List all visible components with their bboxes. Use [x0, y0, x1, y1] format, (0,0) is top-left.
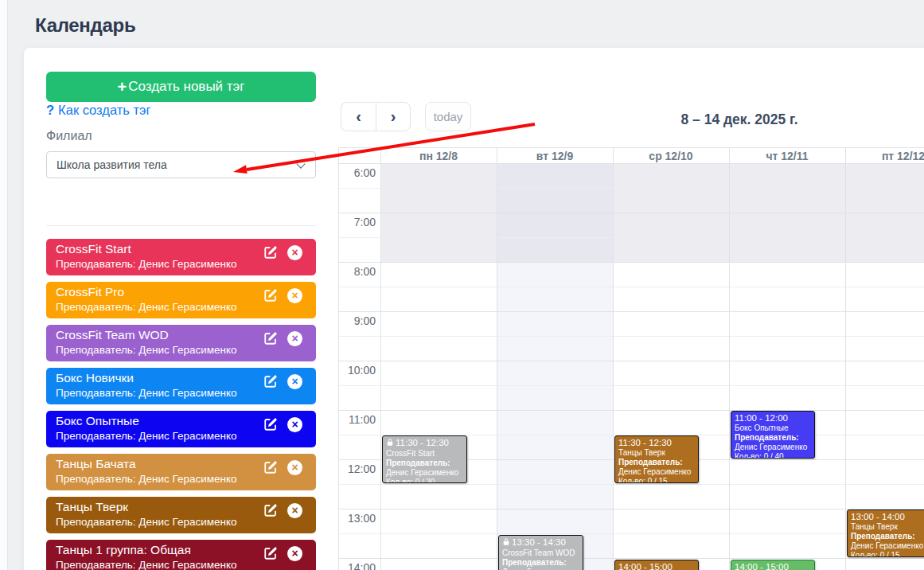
tag-name: CrossFit Pro: [56, 284, 260, 300]
tag-name: Танцы 1 группа: Общая: [56, 542, 260, 558]
tag-card-boks-novichki: Бокс Новички Преподаватель: Денис Гераси…: [46, 368, 316, 404]
help-link-label: Как создать тэг: [58, 103, 150, 117]
event-time: 14:00 - 15:00: [618, 562, 673, 570]
edit-icon[interactable]: [263, 374, 278, 388]
edit-icon[interactable]: [263, 417, 278, 431]
event-time: 14:00 - 15:00: [735, 562, 789, 570]
branch-label: Филиал: [46, 129, 92, 143]
divider: [46, 225, 316, 226]
tag-card-crossfit-team-wod: CrossFit Team WOD Преподаватель: Денис Г…: [46, 325, 316, 361]
time-label: 6:00: [339, 166, 376, 179]
question-mark-icon: ?: [46, 103, 54, 117]
chevron-left-icon: ‹: [356, 107, 361, 125]
plus-icon: +: [118, 79, 127, 95]
collapsed-side-rail: [0, 0, 8, 570]
event-teacher-label: Преподаватель:: [618, 458, 695, 467]
event-teacher-label: Преподаватель:: [735, 433, 811, 443]
create-tag-label: Создать новый тэг: [128, 79, 244, 95]
day-header-thu: чт 12/11: [729, 148, 845, 164]
delete-icon[interactable]: ×: [287, 417, 302, 432]
tag-card-tancy-tverk: Танцы Тверк Преподаватель: Денис Герасим…: [46, 497, 316, 533]
delete-icon[interactable]: ×: [287, 546, 302, 561]
delete-icon[interactable]: ×: [287, 245, 302, 260]
tag-name: Танцы Тверк: [56, 499, 260, 515]
tag-teacher: Преподаватель: Денис Герасименко: [56, 472, 260, 486]
today-button[interactable]: today: [425, 102, 471, 131]
tag-name: CrossFit Team WOD: [56, 327, 260, 343]
branch-select[interactable]: Школа развития тела: [46, 151, 316, 178]
tag-teacher: Преподаватель: Денис Герасименко: [56, 558, 260, 570]
event-time: 11:00 - 12:00: [735, 413, 788, 423]
delete-icon[interactable]: ×: [287, 503, 302, 518]
delete-icon[interactable]: ×: [287, 460, 302, 475]
day-header-wed: ср 12/10: [613, 148, 729, 164]
tag-teacher: Преподаватель: Денис Герасименко: [56, 515, 260, 529]
how-to-create-tag-link[interactable]: ?Как создать тэг: [46, 103, 151, 118]
event-boks-opytnye-thu[interactable]: 11:00 - 12:00 Бокс Опытные Преподаватель…: [731, 411, 815, 459]
event-time: 13:00 - 14:00: [851, 512, 905, 521]
event-tancy-tverk-fri[interactable]: 13:00 - 14:00 Танцы Тверк Преподаватель:…: [847, 509, 924, 557]
tag-card-tancy-bachata: Танцы Бачата Преподаватель: Денис Гераси…: [46, 454, 316, 490]
event-crossfit-team-wod-tue[interactable]: 13:30 - 14:30 CrossFit Team WOD Преподав…: [498, 535, 583, 570]
delete-icon[interactable]: ×: [287, 288, 302, 303]
chevron-down-icon: [296, 159, 305, 168]
edit-icon[interactable]: [263, 503, 278, 517]
time-label: 13:00: [339, 512, 376, 525]
tag-card-boks-opytnye: Бокс Опытные Преподаватель: Денис Гераси…: [46, 411, 316, 447]
delete-icon[interactable]: ×: [287, 374, 302, 389]
tag-card-crossfit-start: CrossFit Start Преподаватель: Денис Гера…: [46, 239, 316, 275]
event-teacher: Денис Герасименко: [386, 468, 463, 478]
lock-icon: [502, 537, 510, 549]
tag-name: CrossFit Start: [56, 241, 260, 257]
tag-card-crossfit-pro: CrossFit Pro Преподаватель: Денис Гераси…: [46, 282, 316, 318]
event-name: Танцы Тверк: [851, 522, 924, 532]
branch-selected-value: Школа развития тела: [57, 158, 167, 171]
event-crossfit-start-mon[interactable]: 11:30 - 12:30 CrossFit Start Преподавате…: [382, 435, 467, 483]
event-tancy-tverk-wed[interactable]: 11:30 - 12:30 Танцы Тверк Преподаватель:…: [614, 435, 699, 483]
edit-icon[interactable]: [263, 288, 278, 303]
create-tag-button[interactable]: + Создать новый тэг: [46, 72, 316, 102]
time-label: 12:00: [339, 463, 376, 475]
next-week-button[interactable]: ›: [376, 102, 411, 131]
event-capacity: Кол-во: 0 / 40: [735, 452, 811, 459]
time-label: 14:00: [339, 561, 376, 570]
calendar-grid: пн 12/8 вт 12/9 ср 12/10 чт 12/11 пт 12/…: [338, 147, 924, 570]
calendar-date-range-title: 8 – 14 дек. 2025 г.: [680, 111, 797, 128]
tag-name: Бокс Опытные: [56, 413, 260, 429]
tag-card-tancy-1-gruppa: Танцы 1 группа: Общая Преподаватель: Ден…: [46, 540, 316, 570]
event-teacher: Денис Герасименко: [735, 443, 811, 452]
page-title: Календарь: [35, 14, 135, 37]
event-teacher: Денис Герасименко: [618, 467, 695, 477]
event-time: 13:30 - 14:30: [512, 537, 566, 547]
day-header-tue: вт 12/9: [497, 148, 613, 164]
tag-teacher: Преподаватель: Денис Герасименко: [56, 300, 260, 314]
event-teacher-label: Преподаватель:: [502, 558, 579, 568]
day-header-mon: пн 12/8: [380, 148, 497, 164]
edit-icon[interactable]: [263, 460, 278, 474]
event-time: 11:30 - 12:30: [618, 438, 672, 447]
time-label: 11:00: [339, 413, 376, 426]
event-name: Танцы Тверк: [618, 448, 695, 458]
tag-name: Бокс Новички: [56, 370, 260, 386]
event-capacity: Кол-во: 0 / 30: [386, 478, 463, 483]
event-time: 11:30 - 12:30: [396, 438, 449, 447]
event-teacher-label: Преподаватель:: [386, 459, 463, 468]
tag-teacher: Преподаватель: Денис Герасименко: [56, 429, 260, 443]
time-label: 9:00: [339, 314, 376, 327]
edit-icon[interactable]: [263, 546, 278, 560]
event-tancy-tverk-wed-2[interactable]: 14:00 - 15:00: [614, 560, 699, 570]
delete-icon[interactable]: ×: [287, 331, 302, 346]
tag-teacher: Преподаватель: Денис Герасименко: [56, 386, 260, 400]
edit-icon[interactable]: [263, 245, 278, 260]
event-teacher-label: Преподаватель:: [851, 532, 924, 541]
edit-icon[interactable]: [263, 331, 278, 346]
day-header-fri: пт 12/12: [845, 148, 924, 164]
event-capacity: Кол-во: 0 / 15: [618, 477, 695, 483]
event-green-thu[interactable]: 14:00 - 15:00: [731, 560, 815, 570]
event-name: Бокс Опытные: [735, 424, 811, 433]
day-column-lines: [380, 148, 924, 570]
tag-teacher: Преподаватель: Денис Герасименко: [56, 257, 260, 271]
event-teacher: Денис Герасименко: [851, 541, 924, 551]
prev-week-button[interactable]: ‹: [341, 102, 376, 131]
calendar-nav-group: ‹ ›: [341, 102, 411, 131]
